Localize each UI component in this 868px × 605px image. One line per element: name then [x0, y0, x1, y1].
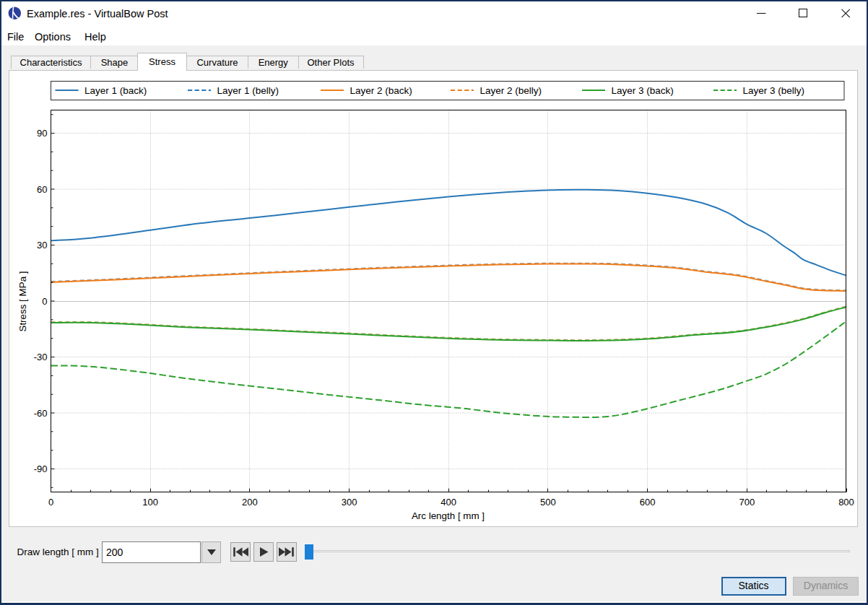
- svg-text:700: 700: [739, 497, 755, 508]
- svg-text:Layer 3 (back): Layer 3 (back): [612, 85, 674, 96]
- svg-text:500: 500: [540, 497, 556, 508]
- svg-text:-30: -30: [34, 352, 48, 362]
- svg-text:800: 800: [838, 497, 854, 508]
- svg-text:100: 100: [142, 497, 158, 508]
- svg-text:0: 0: [42, 296, 47, 307]
- svg-text:90: 90: [37, 128, 47, 139]
- svg-text:Layer 3 (belly): Layer 3 (belly): [743, 85, 805, 96]
- svg-text:Layer 1 (back): Layer 1 (back): [84, 85, 147, 96]
- svg-text:600: 600: [640, 497, 656, 508]
- svg-text:-90: -90: [34, 463, 48, 474]
- svg-text:Layer 2 (belly): Layer 2 (belly): [480, 85, 542, 96]
- svg-text:60: 60: [37, 184, 47, 195]
- svg-text:-60: -60: [34, 408, 48, 419]
- svg-text:30: 30: [37, 240, 47, 251]
- svg-text:0: 0: [48, 497, 53, 508]
- svg-text:Stress [ MPa ]: Stress [ MPa ]: [17, 271, 28, 331]
- svg-text:200: 200: [242, 497, 258, 508]
- svg-text:300: 300: [342, 497, 357, 508]
- svg-text:Layer 2 (back): Layer 2 (back): [350, 85, 412, 96]
- svg-text:Layer 1 (belly): Layer 1 (belly): [217, 85, 279, 96]
- svg-text:Arc length [ mm ]: Arc length [ mm ]: [412, 510, 485, 521]
- svg-text:400: 400: [440, 497, 456, 508]
